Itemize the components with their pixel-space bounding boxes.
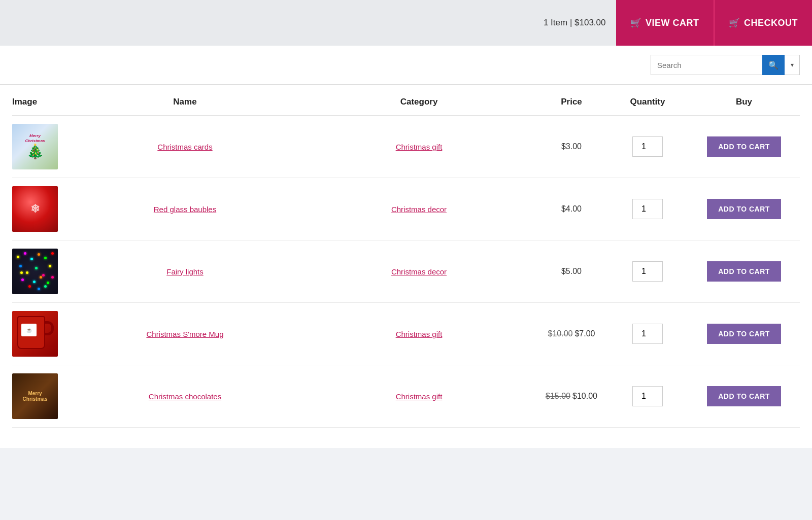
- product-name-link-2[interactable]: Red glass baubles: [68, 205, 302, 214]
- product-category-link-5[interactable]: Christmas gift: [302, 392, 536, 401]
- product-price-3: $5.00: [536, 267, 607, 276]
- product-category-link-2[interactable]: Christmas decor: [302, 205, 536, 214]
- add-to-cart-button-5[interactable]: ADD TO CART: [707, 386, 781, 406]
- add-to-cart-button-1[interactable]: ADD TO CART: [707, 136, 781, 157]
- checkout-icon: 🛒: [729, 17, 740, 28]
- add-to-cart-button-4[interactable]: ADD TO CART: [707, 324, 781, 344]
- product-price-2: $4.00: [536, 204, 607, 214]
- table-row: Fairy lightsChristmas decor$5.00ADD TO C…: [12, 240, 800, 303]
- product-category-link-3[interactable]: Christmas decor: [302, 267, 536, 276]
- search-wrapper: 🔍 ▾: [651, 55, 800, 75]
- search-dropdown-toggle[interactable]: ▾: [785, 55, 800, 75]
- price-original: $10.00: [548, 329, 573, 338]
- product-price-1: $3.00: [536, 142, 607, 151]
- add-to-cart-button-2[interactable]: ADD TO CART: [707, 199, 781, 219]
- search-input[interactable]: [651, 55, 762, 75]
- price-original: $15.00: [546, 392, 570, 400]
- product-price-5: $15.00$10.00: [536, 392, 607, 401]
- price-sale: $7.00: [574, 329, 595, 338]
- col-header-buy: Buy: [688, 97, 800, 107]
- product-name-link-3[interactable]: Fairy lights: [68, 267, 302, 276]
- table-header: Image Name Category Price Quantity Buy: [12, 85, 800, 116]
- product-name-link-4[interactable]: Christmas S'more Mug: [68, 330, 302, 338]
- product-list: MerryChristmas🎄Christmas cardsChristmas …: [12, 116, 800, 428]
- table-row: MerryChristmasChristmas chocolatesChrist…: [12, 365, 800, 428]
- product-category-link-4[interactable]: Christmas gift: [302, 330, 536, 338]
- view-cart-label: VIEW CART: [646, 18, 699, 28]
- quantity-input-3[interactable]: [632, 261, 663, 282]
- view-cart-icon: 🛒: [630, 17, 642, 28]
- product-name-link-1[interactable]: Christmas cards: [68, 143, 302, 151]
- site-header: 1 Item | $103.00 🛒 VIEW CART 🛒 CHECKOUT: [0, 0, 812, 46]
- quantity-input-4[interactable]: [632, 324, 663, 344]
- table-row: ❄Red glass baublesChristmas decor$4.00AD…: [12, 178, 800, 240]
- product-image-3: [12, 249, 68, 294]
- col-header-category: Category: [302, 97, 536, 107]
- checkout-label: CHECKOUT: [744, 18, 798, 28]
- col-header-image: Image: [12, 97, 68, 107]
- search-area: 🔍 ▾: [0, 46, 812, 85]
- product-image-1: MerryChristmas🎄: [12, 124, 68, 169]
- product-category-link-1[interactable]: Christmas gift: [302, 143, 536, 151]
- table-row: MerryChristmas🎄Christmas cardsChristmas …: [12, 116, 800, 178]
- col-header-price: Price: [536, 97, 607, 107]
- cart-info: 1 Item | $103.00: [544, 18, 606, 28]
- search-button[interactable]: 🔍: [762, 55, 785, 75]
- product-image-5: MerryChristmas: [12, 373, 68, 419]
- product-name-link-5[interactable]: Christmas chocolates: [68, 392, 302, 401]
- quantity-input-2[interactable]: [632, 199, 663, 219]
- view-cart-button[interactable]: 🛒 VIEW CART: [616, 0, 714, 46]
- add-to-cart-button-3[interactable]: ADD TO CART: [707, 261, 781, 282]
- search-icon: 🔍: [768, 60, 779, 70]
- checkout-button[interactable]: 🛒 CHECKOUT: [714, 0, 813, 46]
- price-sale: $10.00: [572, 392, 597, 400]
- quantity-input-1[interactable]: [632, 136, 663, 157]
- table-row: ☕ Christmas S'more MugChristmas gift$10.…: [12, 303, 800, 365]
- product-image-2: ❄: [12, 186, 68, 232]
- product-price-4: $10.00$7.00: [536, 329, 607, 338]
- chevron-down-icon: ▾: [791, 61, 794, 68]
- col-header-name: Name: [68, 97, 302, 107]
- col-header-quantity: Quantity: [607, 97, 688, 107]
- product-image-4: ☕: [12, 311, 68, 357]
- product-table-container: Image Name Category Price Quantity Buy M…: [0, 85, 812, 448]
- quantity-input-5[interactable]: [632, 386, 663, 406]
